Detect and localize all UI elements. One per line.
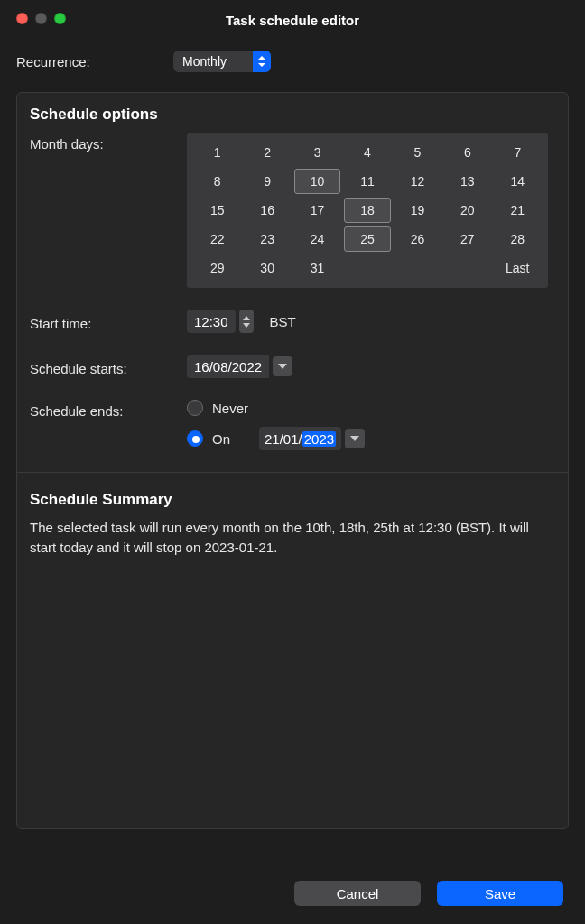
day-cell[interactable]: 11 [344,169,390,194]
schedule-options-title: Schedule options [30,106,555,124]
month-days-grid: 1234567891011121314151617181920212223242… [187,133,548,288]
start-time-label: Start time: [30,312,187,331]
day-cell[interactable]: 18 [344,198,390,223]
window-title: Task schedule editor [226,13,359,28]
schedule-options-panel: Schedule options Month days: 12345678910… [16,92,569,829]
start-time-input[interactable]: 12:30 [187,310,236,333]
recurrence-label: Recurrence: [16,54,173,69]
schedule-starts-label: Schedule starts: [30,357,187,376]
schedule-summary-body: The selected task will run every month o… [30,518,555,828]
chevron-down-icon [350,436,359,441]
day-cell[interactable]: 13 [444,169,490,194]
day-cell[interactable]: 14 [495,169,541,194]
day-cell[interactable]: 5 [395,140,441,165]
day-cell[interactable]: 30 [244,255,290,281]
day-cell[interactable]: 19 [395,198,441,223]
save-button[interactable]: Save [437,881,563,906]
day-cell[interactable]: 9 [244,169,290,194]
schedule-starts-dropdown[interactable] [273,356,292,376]
timezone-label: BST [270,314,296,329]
day-cell[interactable]: 8 [194,169,240,194]
month-days-label: Month days: [30,133,187,288]
day-cell[interactable]: 21 [495,198,541,223]
day-cell[interactable]: 6 [444,140,490,165]
ends-on-date-prefix: 21/01/ [265,431,302,447]
day-cell[interactable]: 31 [294,255,340,281]
chevron-updown-icon [253,51,271,72]
cancel-button[interactable]: Cancel [294,881,421,906]
day-cell[interactable]: 29 [194,255,240,281]
day-cell[interactable]: 2 [244,140,290,165]
chevron-down-icon [278,364,287,369]
ends-on-date-input[interactable]: 21/01/2023 [259,427,341,450]
stepper-up-icon [243,316,250,320]
ends-on-date-dropdown[interactable] [345,429,365,448]
recurrence-value: Monthly [173,54,227,69]
ends-on-radio[interactable] [187,430,203,447]
day-cell[interactable]: 10 [294,169,340,194]
ends-on-label: On [212,431,230,447]
ends-never-label: Never [212,401,248,416]
day-cell[interactable]: Last [495,255,541,281]
day-cell[interactable]: 26 [395,226,441,252]
recurrence-select[interactable]: Monthly [173,51,271,72]
schedule-ends-label: Schedule ends: [30,400,187,450]
ends-never-radio[interactable] [187,400,203,416]
day-cell[interactable]: 25 [344,226,390,252]
stepper-down-icon [243,323,250,328]
window-controls [16,13,66,24]
titlebar: Task schedule editor [0,0,585,40]
day-cell[interactable]: 20 [444,198,490,223]
day-cell[interactable]: 7 [495,140,541,165]
day-cell[interactable]: 4 [344,140,390,165]
start-time-stepper[interactable] [239,310,254,333]
ends-on-date-year: 2023 [302,431,336,447]
day-cell[interactable]: 23 [244,226,290,252]
day-cell[interactable]: 17 [294,198,340,223]
day-cell[interactable]: 12 [395,169,441,194]
day-cell[interactable]: 27 [444,226,490,252]
day-cell[interactable]: 16 [244,198,290,223]
day-cell[interactable]: 28 [495,226,541,252]
schedule-summary-title: Schedule Summary [30,491,555,509]
day-cell[interactable]: 24 [294,226,340,252]
day-cell[interactable]: 15 [194,198,240,223]
divider [17,472,568,473]
close-window-button[interactable] [16,13,28,24]
day-cell[interactable]: 1 [194,140,240,165]
schedule-starts-input[interactable]: 16/08/2022 [187,355,269,378]
zoom-window-button[interactable] [54,13,66,24]
day-cell[interactable]: 22 [194,226,240,252]
day-cell[interactable]: 3 [294,140,340,165]
minimize-window-button[interactable] [35,13,47,24]
